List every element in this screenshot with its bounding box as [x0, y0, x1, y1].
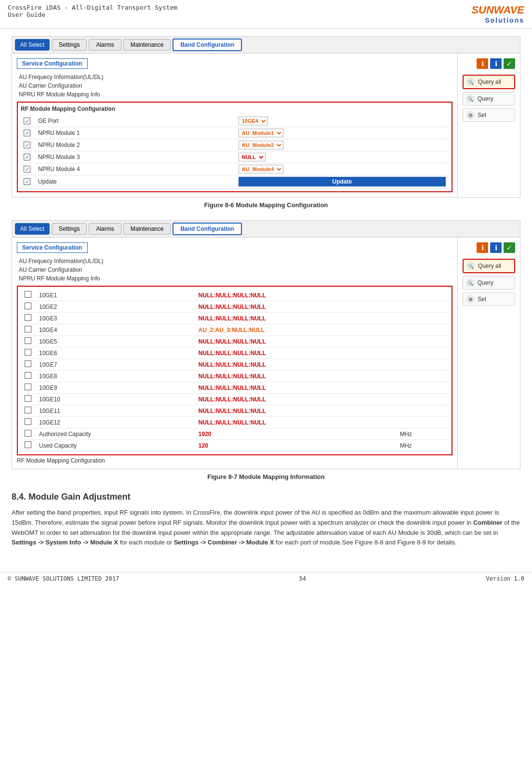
footer-center: 54: [299, 575, 306, 582]
service-config-label-2: Service Configuration: [17, 242, 88, 253]
menu-au-freq-2[interactable]: AU Frequecy Information(UL/DL): [17, 257, 452, 265]
select-ge-port[interactable]: 10GE4: [239, 117, 268, 125]
logo-area: SUNWAVE Solutions: [471, 4, 524, 24]
table-row: 10GE7NULL:NULL:NULL:NULL: [21, 359, 449, 371]
query-all-icon-2: 🔍: [466, 262, 475, 270]
select-npru-3[interactable]: NULL: [239, 153, 266, 161]
checkbox-ge-port[interactable]: [24, 118, 30, 124]
figure1-panel: Service Configuration AU Frequecy Inform…: [12, 53, 520, 198]
tab-alarms-1[interactable]: Alarms: [89, 39, 121, 51]
checkbox-npru-4[interactable]: [24, 166, 30, 172]
label-row-1: 10GE2: [35, 301, 195, 313]
value-row-0: NULL:NULL:NULL:NULL: [195, 290, 396, 301]
table-row: 10GE5NULL:NULL:NULL:NULL: [21, 336, 449, 347]
query-all-button-2[interactable]: 🔍 Query all: [463, 259, 515, 273]
checkbox-row-7[interactable]: [25, 372, 31, 379]
checkbox-row-4[interactable]: [25, 337, 31, 344]
label-row-5: 10GE6: [35, 347, 195, 359]
service-config-label-1: Service Configuration: [17, 58, 88, 69]
check-icon-2[interactable]: ✓: [504, 242, 515, 253]
set-button-2[interactable]: ⚙ Set: [463, 292, 515, 306]
figure1-caption: Figure 8-6 Module Mapping Configuration: [12, 201, 520, 209]
tab-maintenance-2[interactable]: Maintenance: [123, 223, 171, 235]
label-npru-1: NPRU Module 1: [35, 127, 236, 139]
set-label-1: Set: [478, 112, 486, 119]
checkbox-row-3[interactable]: [25, 326, 31, 332]
side-icon-row-1: ℹ ℹ ✓: [463, 58, 515, 69]
suffix-row-4: [396, 336, 449, 347]
tab-all-select-2[interactable]: All Select: [15, 223, 50, 235]
table-row: 10GE3NULL:NULL:NULL:NULL: [21, 313, 449, 324]
menu-au-freq-1[interactable]: AU Frequecy Information(UL/DL): [17, 73, 452, 81]
checkbox-row-8[interactable]: [25, 384, 31, 390]
checkbox-row-5[interactable]: [25, 349, 31, 356]
suffix-row-11: [396, 417, 449, 428]
value-row-4: NULL:NULL:NULL:NULL: [195, 336, 396, 347]
suffix-row-1: [396, 301, 449, 313]
logo-sub: Solutions: [471, 16, 524, 24]
tab-all-select-1[interactable]: All Select: [15, 39, 50, 51]
side-icon-row-2: ℹ ℹ ✓: [463, 242, 515, 253]
menu-npru-rf-1[interactable]: NPRU RF Module Mapping Info: [17, 90, 452, 99]
logo-sunwave: SUNWAVE: [471, 4, 524, 16]
suffix-row-12: MHz: [396, 428, 449, 440]
page-content: All Select Settings Alarms Maintenance B…: [0, 28, 532, 560]
query-button-2[interactable]: 🔍 Query: [463, 276, 515, 290]
query-icon-1: 🔍: [466, 94, 475, 103]
query-all-button-1[interactable]: 🔍 Query all: [463, 75, 515, 89]
table-row: NPRU Module 3 NULL: [21, 151, 449, 163]
checkbox-npru-1[interactable]: [24, 130, 30, 136]
checkbox-row-9[interactable]: [25, 395, 31, 402]
checkbox-update[interactable]: [24, 178, 30, 185]
label-row-6: 10GE7: [35, 359, 195, 371]
menu-npru-rf-2[interactable]: NPRU RF Module Mapping Info: [17, 274, 452, 283]
menu-au-carrier-1[interactable]: AU Carrier Configuration: [17, 81, 452, 90]
checkbox-row-0[interactable]: [25, 291, 31, 298]
table-row: 10GE9NULL:NULL:NULL:NULL: [21, 382, 449, 394]
suffix-row-0: [396, 290, 449, 301]
update-button[interactable]: Update: [239, 177, 446, 186]
info-icon-1[interactable]: ℹ: [477, 58, 488, 69]
value-row-1: NULL:NULL:NULL:NULL: [195, 301, 396, 313]
tab-maintenance-1[interactable]: Maintenance: [123, 39, 171, 51]
rf-module-link[interactable]: RF Module Mapping Configuration: [17, 457, 452, 464]
check-icon-1[interactable]: ✓: [504, 58, 515, 69]
checkbox-row-2[interactable]: [25, 314, 31, 321]
tab-settings-1[interactable]: Settings: [52, 39, 87, 51]
tab-band-config-1[interactable]: Band Configuration: [173, 39, 242, 51]
menu-au-carrier-2[interactable]: AU Carrier Configuration: [17, 265, 452, 274]
select-npru-4[interactable]: AU_Module4: [239, 165, 283, 173]
info-icon-2[interactable]: ℹ: [490, 58, 502, 69]
value-row-12: 1920: [195, 428, 396, 440]
checkbox-row-6[interactable]: [25, 360, 31, 367]
label-row-4: 10GE5: [35, 336, 195, 347]
suffix-row-6: [396, 359, 449, 371]
tab-settings-2[interactable]: Settings: [52, 223, 87, 235]
tab-alarms-2[interactable]: Alarms: [89, 223, 121, 235]
table-row: 10GE10NULL:NULL:NULL:NULL: [21, 394, 449, 405]
set-button-1[interactable]: ⚙ Set: [463, 108, 515, 122]
checkbox-row-12[interactable]: [25, 430, 31, 437]
suffix-row-5: [396, 347, 449, 359]
checkbox-npru-2[interactable]: [24, 142, 30, 148]
checkbox-npru-3[interactable]: [24, 154, 30, 160]
checkbox-row-11[interactable]: [25, 418, 31, 425]
value-row-5: NULL:NULL:NULL:NULL: [195, 347, 396, 359]
checkbox-row-1[interactable]: [25, 303, 31, 309]
sub-title: User Guide: [8, 11, 177, 18]
info-icon-4[interactable]: ℹ: [490, 242, 502, 253]
value-row-11: NULL:NULL:NULL:NULL: [195, 417, 396, 428]
figure2-panel: Service Configuration AU Frequecy Inform…: [12, 237, 520, 469]
query-button-1[interactable]: 🔍 Query: [463, 92, 515, 106]
table-row: Authorized Capacity1920MHz: [21, 428, 449, 440]
table-row: Update Update: [21, 175, 449, 188]
info-icon-3[interactable]: ℹ: [477, 242, 488, 253]
tab-band-config-2[interactable]: Band Configuration: [173, 223, 242, 235]
label-row-0: 10GE1: [35, 290, 195, 301]
checkbox-row-10[interactable]: [25, 407, 31, 413]
value-row-7: NULL:NULL:NULL:NULL: [195, 371, 396, 382]
select-npru-1[interactable]: AU_Module1: [239, 129, 283, 137]
checkbox-row-13[interactable]: [25, 441, 31, 448]
value-row-9: NULL:NULL:NULL:NULL: [195, 394, 396, 405]
select-npru-2[interactable]: AU_Module2: [239, 141, 283, 149]
